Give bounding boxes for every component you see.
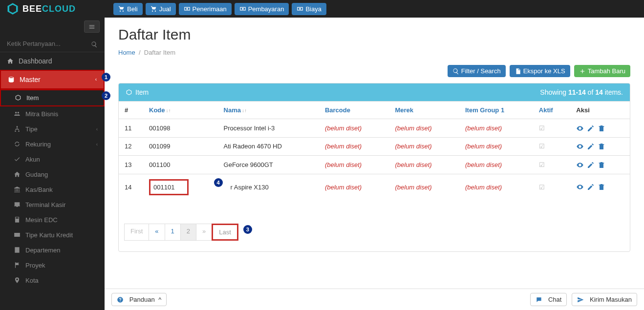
subnav-kas-bank[interactable]: Kas/Bank xyxy=(0,182,105,197)
table-row: 14 001101 4r Aspire X130 (belum diset) (… xyxy=(119,174,630,200)
subnav-mitra-bisnis[interactable]: Mitra Bisnis xyxy=(0,106,105,122)
top-beli-button[interactable]: Beli xyxy=(113,3,143,15)
cell-aksi xyxy=(570,119,630,138)
page-2[interactable]: 2 xyxy=(180,224,196,241)
cell-nama: Processor Intel i-3 xyxy=(218,119,319,138)
subnav-label: Rekuring xyxy=(25,141,51,148)
page-1[interactable]: 1 xyxy=(165,224,181,241)
breadcrumb-home[interactable]: Home xyxy=(118,49,135,56)
subnav-rekuring[interactable]: Rekuring‹ xyxy=(0,137,105,152)
subnav-label: Kota xyxy=(25,277,39,284)
top-penerimaan-button[interactable]: Penerimaan xyxy=(179,3,232,15)
subnav-akun[interactable]: Akun xyxy=(0,152,105,167)
subnav-label: Tipe xyxy=(25,125,38,133)
top-jual-button[interactable]: Jual xyxy=(146,3,176,15)
panduan-button[interactable]: Panduan ^ xyxy=(111,293,167,306)
cell-barcode: (belum diset) xyxy=(319,156,389,174)
cell-barcode: (belum diset) xyxy=(319,119,389,138)
footer-bar: Panduan ^ Chat Kirim Masukan xyxy=(105,289,644,310)
cell-merek: (belum diset) xyxy=(389,137,459,156)
page-next[interactable]: » xyxy=(196,224,212,241)
delete-icon[interactable] xyxy=(598,124,605,132)
cell-group: (belum diset) xyxy=(459,174,533,200)
logo[interactable]: BEECLOUD xyxy=(0,2,105,16)
col-aksi: Aksi xyxy=(570,102,630,119)
cell-merek: (belum diset) xyxy=(389,119,459,138)
search-icon[interactable] xyxy=(91,40,98,47)
cell-num: 11 xyxy=(119,119,143,138)
breadcrumb-current: Daftar Item xyxy=(144,49,175,56)
col-aktif[interactable]: Aktif xyxy=(533,102,571,119)
subnav-label: Gudang xyxy=(25,171,48,178)
feedback-button[interactable]: Kirim Masukan xyxy=(572,293,637,306)
cell-num: 14 xyxy=(119,174,143,200)
cell-barcode: (belum diset) xyxy=(319,137,389,156)
annotation-marker-2: 2 xyxy=(102,91,110,100)
subnav-item[interactable]: Item xyxy=(0,89,105,106)
top-pembayaran-button[interactable]: Pembayaran xyxy=(235,3,289,15)
subnav-label: Item xyxy=(26,94,39,102)
col-nama[interactable]: Nama↓↑ xyxy=(218,102,319,119)
delete-icon[interactable] xyxy=(598,161,605,169)
table-row: 11 001098 Processor Intel i-3 (belum dis… xyxy=(119,119,630,138)
panel-title: Item xyxy=(135,88,149,96)
top-biaya-button[interactable]: Biaya xyxy=(292,3,326,15)
cell-aksi xyxy=(570,156,630,174)
subnav-terminal-kasir[interactable]: Terminal Kasir xyxy=(0,197,105,212)
page-first[interactable]: First xyxy=(124,224,149,241)
subnav-kota[interactable]: Kota xyxy=(0,273,105,288)
table-row: 13 001100 GeForce 9600GT (belum diset) (… xyxy=(119,156,630,174)
cell-aktif: ☑ xyxy=(533,137,571,156)
edit-icon[interactable] xyxy=(587,183,595,191)
cell-group: (belum diset) xyxy=(459,156,533,174)
filter-search-button[interactable]: Filter / Search xyxy=(448,65,506,77)
subnav-label: Proyek xyxy=(25,262,45,269)
pagination: First « 1 2 » Last xyxy=(125,224,238,241)
cell-num: 13 xyxy=(119,156,143,174)
nav-label: Master xyxy=(20,76,41,83)
cell-nama: 4r Aspire X130 xyxy=(218,174,319,200)
subnav-label: Kas/Bank xyxy=(25,186,53,193)
topbar: BEECLOUD BeliJualPenerimaanPembayaranBia… xyxy=(0,0,644,18)
edit-icon[interactable] xyxy=(587,161,595,169)
nav-master[interactable]: Master‹ xyxy=(0,70,105,89)
col-merek[interactable]: Merek xyxy=(389,102,459,119)
page-last[interactable]: Last xyxy=(212,224,238,241)
delete-icon[interactable] xyxy=(598,183,605,191)
quick-action-bar: BeliJualPenerimaanPembayaranBiaya xyxy=(113,3,326,15)
cell-aksi xyxy=(570,137,630,156)
main-content: Daftar Item Home / Daftar Item Filter / … xyxy=(105,18,644,310)
cell-kode: 001100 xyxy=(143,156,218,174)
subnav-label: Mitra Bisnis xyxy=(25,110,58,118)
edit-icon[interactable] xyxy=(587,143,595,151)
col-group[interactable]: Item Group 1 xyxy=(459,102,533,119)
add-new-button[interactable]: Tambah Baru xyxy=(574,65,630,77)
nav-dashboard[interactable]: Dashboard xyxy=(0,52,105,70)
view-icon[interactable] xyxy=(576,183,584,191)
subnav-mesin-edc[interactable]: Mesin EDC xyxy=(0,212,105,227)
view-icon[interactable] xyxy=(576,143,584,151)
logo-text: BEECLOUD xyxy=(22,4,76,14)
chat-button[interactable]: Chat xyxy=(530,293,567,306)
annotation-marker-4: 4 xyxy=(214,178,223,187)
delete-icon[interactable] xyxy=(598,143,605,151)
edit-icon[interactable] xyxy=(587,124,595,132)
cell-group: (belum diset) xyxy=(459,137,533,156)
subnav-label: Akun xyxy=(25,156,40,163)
view-icon[interactable] xyxy=(576,161,584,169)
subnav-tipe-kartu-kredit[interactable]: Tipe Kartu Kredit xyxy=(0,227,105,243)
view-icon[interactable] xyxy=(576,124,584,132)
export-xls-button[interactable]: Ekspor ke XLS xyxy=(510,65,570,77)
col-kode[interactable]: Kode↓↑ xyxy=(143,102,218,119)
subnav-proyek[interactable]: Proyek xyxy=(0,258,105,273)
subnav-gudang[interactable]: Gudang xyxy=(0,167,105,182)
sidebar-search-input[interactable] xyxy=(7,40,91,47)
page-title: Daftar Item xyxy=(118,26,630,43)
sidebar-toggle-button[interactable] xyxy=(84,21,100,33)
subnav-tipe[interactable]: Tipe‹ xyxy=(0,122,105,137)
col-barcode[interactable]: Barcode xyxy=(319,102,389,119)
cell-aktif: ☑ xyxy=(533,174,571,200)
sidebar-search xyxy=(0,36,105,52)
page-prev[interactable]: « xyxy=(149,224,165,241)
subnav-departemen[interactable]: Departemen xyxy=(0,243,105,258)
